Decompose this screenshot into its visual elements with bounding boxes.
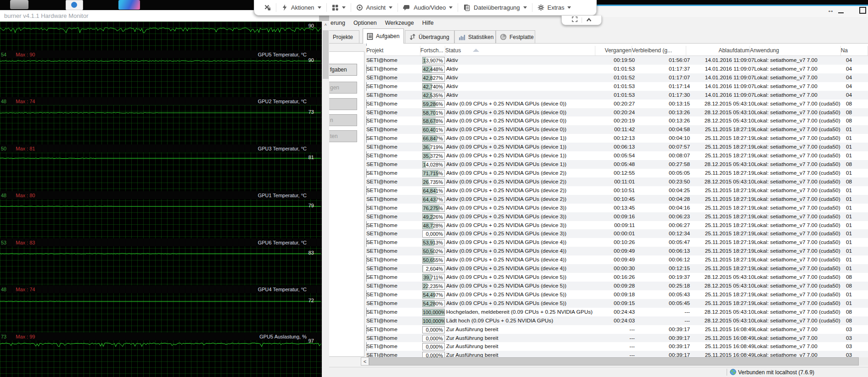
table-row[interactable]: SETI@home0,000%Zur Ausführung bereit---0… — [366, 351, 868, 358]
collapse-toolbar-icon[interactable] — [586, 16, 592, 24]
minimize-icon[interactable] — [838, 12, 844, 13]
cell-6: Lokal: setiathome_v7 7.00 — [754, 91, 846, 100]
column-header-7[interactable]: Na — [841, 46, 868, 55]
table-row[interactable]: SETI@home59,286%Aktiv (0.09 CPUs + 0.25 … — [366, 100, 868, 108]
table-row[interactable]: SETI@home39,711%Aktiv (0.09 CPUs + 0.25 … — [366, 273, 868, 282]
table-row[interactable]: SETI@home58,701%Aktiv (0.09 CPUs + 0.25 … — [366, 108, 868, 117]
remote-toolbar-minitab[interactable] — [561, 16, 602, 25]
table-row[interactable]: SETI@home2,604%Aktiv (0.09 CPUs + 0.25 N… — [366, 264, 868, 273]
table-row[interactable]: SETI@home0,000%Zur Ausführung bereit---0… — [366, 342, 868, 351]
table-row[interactable]: SETI@home0,000%Zur Ausführung bereit---0… — [366, 325, 868, 334]
progress-value: 48,728% — [423, 222, 444, 229]
cell-2: Aktiv — [446, 73, 598, 82]
cell-3: --- — [598, 351, 635, 358]
cell-1: 22,235% — [421, 282, 446, 290]
table-row[interactable]: SETI@home58,678%Aktiv (0.09 CPUs + 0.25 … — [366, 116, 868, 125]
task-command-button[interactable]: n — [329, 114, 357, 126]
table-row[interactable]: SETI@home64,437%Aktiv (0.09 CPUs + 0.25 … — [366, 195, 868, 204]
table-row[interactable]: SETI@home64,841%Aktiv (0.09 CPUs + 0.25 … — [366, 186, 868, 195]
menu-item-erung[interactable]: erung — [330, 20, 345, 26]
table-row[interactable]: SETI@home42,535%Aktiv01:01:5301:17:3014.… — [366, 91, 868, 100]
table-row[interactable]: SETI@home0,000%Zur Ausführung bereit---0… — [366, 334, 868, 343]
toolbar-item-apps-grid[interactable] — [327, 0, 351, 15]
table-row[interactable]: SETI@home35,372%Aktiv (0.09 CPUs + 0.25 … — [366, 151, 868, 160]
task-command-button[interactable]: ten — [329, 130, 357, 142]
table-row[interactable]: SETI@home42,740%Aktiv01:01:5301:17:1414.… — [366, 82, 868, 91]
table-row[interactable]: SETI@home53,913%Aktiv (0.09 CPUs + 0.25 … — [366, 238, 868, 247]
task-command-button[interactable] — [329, 98, 357, 110]
cell-3: 00:00:30 — [598, 264, 635, 273]
table-row[interactable]: SETI@home66,847%Aktiv (0.09 CPUs + 0.25 … — [366, 134, 868, 143]
table-row[interactable]: SETI@home50,655%Aktiv (0.09 CPUs + 0.25 … — [366, 255, 868, 264]
table-row[interactable]: SETI@home48,728%Aktiv (0.09 CPUs + 0.25 … — [366, 221, 868, 230]
table-row[interactable]: SETI@home22,235%Aktiv (0.09 CPUs + 0.25 … — [366, 282, 868, 290]
desktop-icon-drive[interactable] — [10, 0, 28, 9]
table-row[interactable]: SETI@home54,280%Aktiv (0.09 CPUs + 0.25 … — [366, 299, 868, 308]
menu-item-werkzeuge[interactable]: Werkzeuge — [385, 20, 414, 26]
table-row[interactable]: SETI@home42,448%Aktiv01:01:5301:17:3714.… — [366, 65, 868, 73]
cell-2: Zur Ausführung bereit — [446, 342, 598, 351]
monitor-scrollbar-thumb[interactable] — [323, 30, 329, 79]
toolbar-item-audio-video[interactable]: Audio/Video — [398, 0, 458, 15]
menu-item-optionen[interactable]: Optionen — [353, 20, 377, 26]
table-row[interactable]: SETI@home71,715%Aktiv (0.09 CPUs + 0.25 … — [366, 169, 868, 177]
task-command-button[interactable]: fgaben — [329, 64, 357, 76]
cell-2: Aktiv (0.09 CPUs + 0.25 NVIDIA GPUs (dev… — [446, 229, 598, 238]
progress-gauge: 60,401% — [422, 126, 445, 133]
desktop-icon-app[interactable] — [118, 0, 140, 10]
tab-aufgaben[interactable]: Aufgaben — [363, 28, 404, 44]
cell-5: 25.11.2015 16:08:49 — [690, 325, 754, 334]
cell-6: Lokal: setiathome_v7 7.00 — [754, 325, 846, 334]
menu-item-hilfe[interactable]: Hilfe — [422, 20, 434, 26]
desktop-icon-document[interactable] — [66, 0, 83, 10]
horizontal-scrollbar-thumb[interactable] — [369, 357, 859, 366]
table-row[interactable]: SETI@home60,401%Aktiv (0.09 CPUs + 0.25 … — [366, 125, 868, 134]
monitor-scrollbar[interactable]: ˄ — [322, 22, 329, 377]
progress-gauge: 58,678% — [422, 117, 445, 125]
fullscreen-icon[interactable] — [571, 16, 578, 24]
table-row[interactable]: SETI@home49,226%Aktiv (0.09 CPUs + 0.25 … — [366, 212, 868, 221]
horizontal-scrollbar[interactable]: < — [361, 357, 868, 366]
tab-projekte[interactable]: Projekte — [329, 30, 359, 43]
cell-3: 00:16:26 — [598, 273, 635, 282]
toolbar-item-extras[interactable]: Extras — [532, 0, 577, 15]
column-header-6[interactable]: Anwendung — [750, 46, 841, 55]
progress-value: 42,448% — [423, 66, 444, 72]
tab-festplatte[interactable]: Festplatte — [496, 30, 535, 43]
cell-3: 00:10:26 — [598, 238, 635, 247]
toolbar-item-aktionen[interactable]: Aktionen — [276, 0, 326, 15]
table-row[interactable]: SETI@home0,000%Aktiv (0.09 CPUs + 0.25 N… — [366, 229, 868, 238]
column-header-3[interactable]: Vergangen — [595, 46, 632, 55]
table-row[interactable]: SETI@home76,275%Aktiv (0.09 CPUs + 0.25 … — [366, 204, 868, 212]
table-row[interactable]: SETI@home13,907%Aktiv00:19:5001:56:0714.… — [366, 56, 868, 65]
progress-gauge: 59,286% — [422, 100, 445, 108]
table-row[interactable]: SETI@home54,497%Aktiv (0.09 CPUs + 0.25 … — [366, 290, 868, 299]
resize-icon[interactable]: ↔ — [827, 6, 834, 14]
table-row[interactable]: SETI@home36,719%Aktiv (0.09 CPUs + 0.25 … — [366, 143, 868, 151]
maximize-icon[interactable] — [859, 7, 866, 14]
table-row[interactable]: SETI@home14,028%Aktiv (0.09 CPUs + 0.25 … — [366, 160, 868, 169]
cell-3: 00:24:43 — [598, 308, 635, 316]
toolbar-item-ansicht[interactable]: Ansicht — [351, 0, 398, 15]
table-row[interactable]: SETI@home100,000%Lädt hoch (0.09 CPUs + … — [366, 316, 868, 325]
monitor-section-header: 73Max : 99GPU5 Auslastung, % — [0, 333, 322, 340]
tab-übertragung[interactable]: Übertragung — [405, 30, 454, 43]
tab-statistiken[interactable]: Statistiken — [454, 30, 496, 43]
toolbar-item-dateiübertragung[interactable]: Dateiübertragung — [458, 0, 532, 15]
table-row[interactable]: SETI@home42,827%Aktiv01:01:5201:17:0714.… — [366, 73, 868, 82]
task-command-button[interactable]: gen — [329, 82, 357, 94]
column-header-1[interactable]: Fortsch... — [420, 46, 445, 55]
column-header-4[interactable]: Verbleibend (g... — [632, 46, 687, 55]
table-row[interactable]: SETI@home26,735%Aktiv (0.09 CPUs + 0.25 … — [366, 177, 868, 186]
table-row[interactable]: SETI@home100,000%Hochgeladen, meldeberei… — [366, 308, 868, 316]
table-row[interactable]: SETI@home50,502%Aktiv (0.09 CPUs + 0.25 … — [366, 247, 868, 255]
column-header-2[interactable]: Status — [445, 46, 595, 55]
scroll-up-button[interactable]: ˄ — [322, 22, 329, 29]
toolbar-item-session-lock[interactable] — [259, 0, 276, 15]
cell-6: Lokal: setiathome_v7 7.00 (cuda50) — [754, 169, 846, 177]
column-header-5[interactable]: Ablaufdatum — [686, 46, 750, 55]
column-header-0[interactable]: Projekt — [366, 46, 420, 55]
session-lock-icon — [264, 4, 271, 11]
scroll-left-button[interactable]: < — [361, 357, 369, 366]
cell-4: 01:17:07 — [635, 73, 690, 82]
